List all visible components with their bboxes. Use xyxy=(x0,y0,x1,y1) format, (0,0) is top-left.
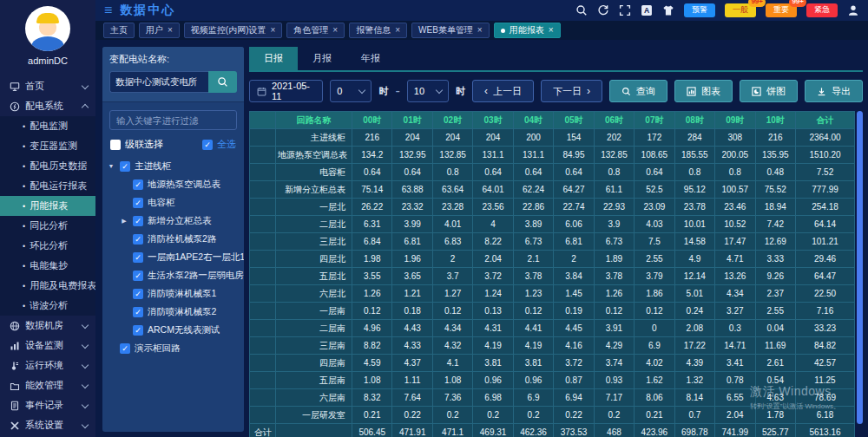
date-picker[interactable]: 2021-05-11 xyxy=(249,80,323,102)
tree-item[interactable]: 电容柜 xyxy=(107,193,244,212)
sidebar-item-能效管理[interactable]: 能效管理 xyxy=(0,375,95,395)
tree-item[interactable]: 消防喷淋机械泵1 xyxy=(107,284,244,303)
tree-checkbox[interactable] xyxy=(133,216,143,226)
tab-视频监控(内网)设置[interactable]: 视频监控(内网)设置× xyxy=(184,23,283,38)
fullscreen-icon[interactable] xyxy=(619,4,631,16)
tree-checkbox[interactable] xyxy=(133,307,143,317)
tree-item[interactable]: 地源热泵空调总表 xyxy=(107,175,244,193)
alert-badge-一般[interactable]: 一般99+ xyxy=(725,3,756,17)
tab-报警信息[interactable]: 报警信息× xyxy=(349,23,407,38)
sidebar-subitem-用能报表[interactable]: •用能报表 xyxy=(0,196,95,216)
tree-item[interactable]: 演示柜回路 xyxy=(107,339,244,357)
sidebar-subitem-变压器监测[interactable]: •变压器监测 xyxy=(0,136,95,156)
tree-item[interactable]: ARCM无线表测试 xyxy=(107,321,244,339)
tab-用能报表[interactable]: 用能报表× xyxy=(494,23,561,38)
report-tab-月报[interactable]: 月报 xyxy=(298,47,346,70)
tree-checkbox[interactable] xyxy=(120,343,130,354)
tree-checkbox[interactable] xyxy=(133,234,143,245)
value-cell: 7.5 xyxy=(635,233,674,251)
column-header-回路名称: 回路名称 xyxy=(276,112,352,129)
scrollbar-thumb[interactable] xyxy=(857,111,863,424)
tab-close-icon[interactable]: × xyxy=(477,25,483,36)
value-cell: 1.32 xyxy=(674,372,714,389)
report-tab-日报[interactable]: 日报 xyxy=(249,47,298,70)
tree-item[interactable]: 消防喷淋机械泵2 xyxy=(107,303,244,321)
alert-badge-预警[interactable]: 预警 xyxy=(684,3,715,17)
tree-checkbox[interactable] xyxy=(133,289,143,299)
report-tab-年报[interactable]: 年报 xyxy=(346,47,395,70)
tree-item[interactable]: 消防栓机械泵2路 xyxy=(107,230,244,248)
search-icon[interactable] xyxy=(575,4,588,16)
tab-close-icon[interactable]: × xyxy=(395,25,400,36)
sidebar-subitem-环比分析[interactable]: •环比分析 xyxy=(0,236,95,256)
sidebar-subitem-同比分析[interactable]: •同比分析 xyxy=(0,216,95,236)
row-checkbox-cell xyxy=(250,285,276,303)
tree-checkbox[interactable] xyxy=(133,271,143,281)
next-day-button[interactable]: 下一日 › xyxy=(541,80,602,102)
keyword-filter-input[interactable] xyxy=(109,110,237,130)
value-cell: 0.64 xyxy=(513,164,553,181)
tree-expand-icon[interactable]: ▶ xyxy=(120,218,128,225)
footer-value-cell: 423.96 xyxy=(635,424,674,437)
column-header-04时: 04时 xyxy=(513,112,553,129)
tab-用户[interactable]: 用户× xyxy=(139,23,180,38)
tab-close-icon[interactable]: × xyxy=(549,25,554,36)
tree-checkbox[interactable] xyxy=(133,325,143,336)
translate-icon[interactable]: A xyxy=(641,4,653,16)
prev-day-button[interactable]: ‹ 上一日 xyxy=(472,80,534,102)
theme-icon[interactable] xyxy=(662,4,674,16)
tab-WEB菜单管理[interactable]: WEB菜单管理× xyxy=(411,23,490,38)
station-input[interactable] xyxy=(109,71,208,93)
alert-badge-紧急[interactable]: 紧急 xyxy=(806,3,838,17)
refresh-icon[interactable] xyxy=(597,4,609,16)
tree-checkbox[interactable] xyxy=(133,179,143,190)
value-cell: 63.88 xyxy=(392,181,432,199)
station-search-button[interactable] xyxy=(208,71,237,93)
tree-checkbox[interactable] xyxy=(120,161,130,172)
sidebar-item-事件记录[interactable]: 事件记录 xyxy=(0,395,95,415)
sidebar-item-系统设置[interactable]: 系统设置 xyxy=(0,415,95,435)
tree-item[interactable]: 生活水泵2路一层弱电房 xyxy=(107,266,244,284)
circuit-name-cell: 四层北 xyxy=(276,251,352,268)
sidebar-subitem-电能集抄[interactable]: •电能集抄 xyxy=(0,256,95,276)
query-button[interactable]: 查询 xyxy=(609,80,667,102)
tree-item[interactable]: ▼主进线柜 xyxy=(107,157,244,175)
sidebar-item-首页[interactable]: 首页 xyxy=(0,76,95,96)
sidebar-subitem-配电历史数据[interactable]: •配电历史数据 xyxy=(0,156,95,176)
cascade-checkbox[interactable] xyxy=(110,140,121,150)
tree-checkbox[interactable] xyxy=(133,252,143,263)
tab-close-icon[interactable]: × xyxy=(168,25,173,36)
tree-item[interactable]: ▶新增分立柜总表 xyxy=(107,212,244,230)
chart-button[interactable]: 图表 xyxy=(674,80,733,102)
export-button[interactable]: 导出 xyxy=(805,80,863,102)
avatar[interactable] xyxy=(25,6,70,51)
hamburger-icon[interactable]: ≡ xyxy=(104,3,112,17)
sidebar-subitem-配电监测[interactable]: •配电监测 xyxy=(0,116,95,136)
sidebar-subitem-谐波分析[interactable]: •谐波分析 xyxy=(0,296,95,316)
alert-badge-重要[interactable]: 重要99+ xyxy=(766,3,797,17)
sidebar-item-运行环境[interactable]: 运行环境 xyxy=(0,355,95,375)
tree-item[interactable]: 一层南1APE2右一层北1APE1左 xyxy=(107,248,244,266)
user-icon[interactable] xyxy=(847,4,859,16)
value-cell: 3.33 xyxy=(755,251,795,268)
tab-close-icon[interactable]: × xyxy=(332,25,338,36)
hour-to-select[interactable]: 10 xyxy=(407,80,449,102)
tree-collapse-icon[interactable]: ▼ xyxy=(107,163,115,169)
tree-checkbox[interactable] xyxy=(133,198,143,208)
select-all-label[interactable]: 全选 xyxy=(217,138,236,151)
sidebar-item-设备监测[interactable]: 设备监测 xyxy=(0,336,95,355)
sidebar-item-数据机房[interactable]: 数据机房 xyxy=(0,316,95,336)
tab-主页[interactable]: 主页 xyxy=(103,23,135,38)
pie-button[interactable]: 饼图 xyxy=(740,80,798,102)
tab-close-icon[interactable]: × xyxy=(271,25,276,36)
tab-角色管理[interactable]: 角色管理× xyxy=(286,23,345,38)
value-cell: 4.63 xyxy=(755,389,795,407)
hour-from-select[interactable]: 0 xyxy=(330,80,372,102)
prev-day-label: 上一日 xyxy=(493,85,522,98)
sidebar-subitem-用能及电费报表[interactable]: •用能及电费报表 xyxy=(0,276,95,296)
select-all-checkbox[interactable] xyxy=(202,140,213,150)
sidebar-item-配电系统[interactable]: 配电系统 xyxy=(0,96,95,116)
value-cell: 52.5 xyxy=(635,181,674,199)
sidebar-item-label: 配电系统 xyxy=(25,100,77,113)
sidebar-subitem-配电运行报表[interactable]: •配电运行报表 xyxy=(0,176,95,196)
